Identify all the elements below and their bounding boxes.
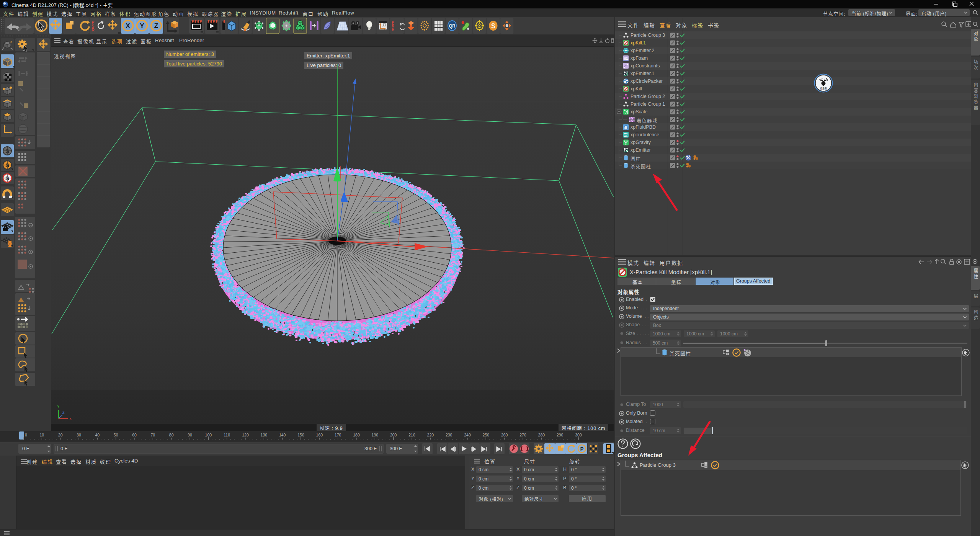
svg-text:220: 220 (427, 433, 434, 437)
svg-text:100: 100 (205, 433, 212, 437)
svg-text:0: 0 (25, 433, 27, 437)
svg-text:140: 140 (279, 433, 286, 437)
svg-text:290: 290 (557, 433, 564, 437)
svg-text:130: 130 (261, 433, 268, 437)
svg-text:150: 150 (297, 433, 304, 437)
svg-text:120: 120 (242, 433, 249, 437)
svg-text:Z: Z (154, 22, 158, 29)
svg-text:R: R (392, 27, 394, 31)
svg-text:230: 230 (446, 433, 452, 437)
svg-text:250: 250 (483, 433, 490, 437)
svg-text:210: 210 (408, 433, 415, 437)
svg-text:行走者: 行走者 (820, 87, 827, 90)
svg-text:300 F: 300 F (390, 446, 402, 451)
svg-text:R: R (91, 28, 95, 32)
svg-text:QR: QR (449, 23, 456, 29)
svg-text:P: P (580, 446, 584, 452)
svg-text:180: 180 (353, 433, 360, 437)
svg-text:160: 160 (316, 433, 323, 437)
svg-text:270: 270 (519, 433, 526, 437)
svg-text:110: 110 (224, 433, 230, 437)
svg-text:Y: Y (57, 405, 59, 409)
svg-text:260: 260 (501, 433, 508, 437)
svg-text:300 F: 300 F (364, 446, 377, 451)
svg-text:Z: Z (62, 411, 65, 415)
svg-text:170: 170 (335, 433, 341, 437)
svg-text:200: 200 (390, 433, 397, 437)
svg-text:S: S (491, 22, 495, 30)
svg-text:20: 20 (58, 433, 63, 437)
svg-text:X: X (126, 22, 130, 29)
svg-text:X: X (69, 417, 72, 421)
svg-text:240: 240 (464, 433, 471, 437)
svg-text:90: 90 (188, 433, 192, 437)
svg-text:30: 30 (77, 433, 81, 437)
svg-text:0 F: 0 F (22, 446, 29, 451)
svg-text:60: 60 (132, 433, 137, 437)
svg-text:10: 10 (39, 433, 44, 437)
svg-text:300: 300 (575, 433, 582, 437)
svg-text:Y: Y (140, 22, 144, 29)
svg-text:50: 50 (114, 433, 118, 437)
svg-text:40: 40 (95, 433, 100, 437)
svg-text:80: 80 (169, 433, 174, 437)
svg-text:280: 280 (538, 433, 545, 437)
svg-text:70: 70 (150, 433, 155, 437)
svg-text:0 F: 0 F (60, 446, 67, 451)
svg-text:190: 190 (372, 433, 379, 437)
